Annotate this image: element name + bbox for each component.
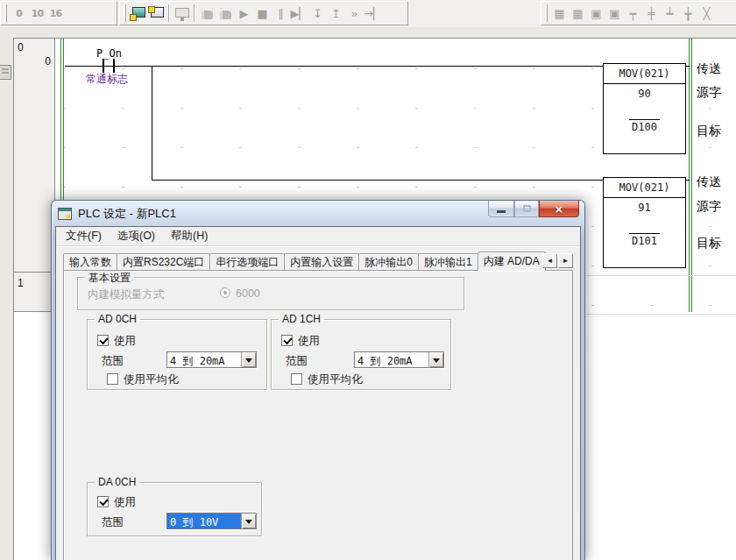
menu-options[interactable]: 选项(O) xyxy=(110,227,163,245)
da0-range-value: 0 到 10V xyxy=(167,514,241,528)
group-legend: DA 0CH xyxy=(95,476,139,488)
toolbar-ladder-group: ▦ ▦ ▣ ▣ ┯ ╪ ┷ ╈ ╳ xyxy=(541,1,736,25)
contact-left-tick xyxy=(103,59,104,73)
tab-builtin-rs232c[interactable]: 内置RS232C端口 xyxy=(117,253,210,270)
ad1-range-label: 范围 xyxy=(286,354,308,369)
tab-pulse-output1[interactable]: 脉冲输出1 xyxy=(418,253,478,270)
adda-tab-panel: 基本设置 内建模拟量方式 6000 AD 0CH 使用 范围 4 到 20mA xyxy=(63,270,573,560)
branch-wire xyxy=(152,180,603,181)
ad0-range-combo[interactable]: 4 到 20mA xyxy=(166,351,257,368)
minimize-icon xyxy=(497,210,506,213)
monitor-mode-icon[interactable] xyxy=(173,4,191,23)
step-into-icon[interactable]: ↧ xyxy=(308,4,327,23)
source-operand[interactable]: 91 xyxy=(604,202,685,214)
tab-input-constant[interactable]: 输入常数 xyxy=(63,253,117,270)
contact-not-icon[interactable]: ╪ xyxy=(642,4,661,23)
operand-note: 源字 xyxy=(697,85,721,101)
right-bus-bar xyxy=(689,39,692,312)
pause-monitor-icon[interactable] xyxy=(198,4,216,23)
memory-icon[interactable]: ▦ xyxy=(569,4,587,23)
dropdown-arrow-button[interactable] xyxy=(241,514,256,528)
step-out-icon[interactable]: ↥ xyxy=(327,4,345,23)
rung-number: 0 xyxy=(18,41,24,53)
operand-note: 传送 xyxy=(697,61,721,77)
program-icon[interactable]: ▣ xyxy=(605,4,624,23)
plc-settings-dialog: PLC 设定 - 新PLC1 × 文件(F) 选项(O) 帮助(H) 输入常数 … xyxy=(51,200,585,560)
menu-file[interactable]: 文件(F) xyxy=(58,227,110,245)
menu-help[interactable]: 帮助(H) xyxy=(163,227,216,245)
rung-wire xyxy=(65,66,603,67)
operand-note: 源字 xyxy=(697,199,721,215)
dropdown-arrow-button[interactable] xyxy=(428,352,443,367)
tab-scroll-buttons: ◄ ► xyxy=(541,253,573,268)
toolbar-separator xyxy=(194,4,195,22)
minimize-button[interactable] xyxy=(488,201,514,217)
ad1-averaging-checkbox[interactable] xyxy=(291,373,302,385)
destination-operand[interactable]: D101 xyxy=(604,235,685,247)
contact-label[interactable]: P_On xyxy=(96,47,122,60)
tab-pulse-output0[interactable]: 脉冲输出0 xyxy=(358,253,419,270)
rung-number: 1 xyxy=(18,277,24,289)
tab-strip: 输入常数 内置RS232C端口 串行选项端口 内置输入设置 脉冲输出0 脉冲输出… xyxy=(63,251,545,270)
pause-icon[interactable]: ‖ xyxy=(272,4,290,23)
destination-operand[interactable]: D100 xyxy=(604,121,685,133)
dialog-titlebar[interactable]: PLC 设定 - 新PLC1 × xyxy=(55,201,581,226)
dropdown-arrow-button[interactable] xyxy=(241,352,256,367)
toolbar-grip[interactable] xyxy=(124,4,126,22)
ad0-averaging-checkbox[interactable] xyxy=(107,373,118,385)
io-table-icon[interactable]: ▦ xyxy=(550,4,569,23)
stop-icon[interactable]: ■ xyxy=(253,4,272,23)
work-online-art xyxy=(130,6,147,21)
hand-art xyxy=(202,8,213,19)
da0-use-checkbox[interactable] xyxy=(97,496,109,507)
tab-builtin-input[interactable]: 内置输入设置 xyxy=(284,253,359,270)
group-legend: AD 0CH xyxy=(95,313,140,325)
background-window-fragment xyxy=(0,65,11,80)
da0-range-combo[interactable]: 0 到 10V xyxy=(166,513,257,529)
mov-instruction-block[interactable]: MOV(021) 91 D101 xyxy=(603,177,686,268)
contact-right-tick xyxy=(113,59,115,73)
output-wire xyxy=(686,66,690,67)
tab-builtin-adda[interactable]: 内建 AD/DA xyxy=(478,252,546,271)
toolbar-grip[interactable] xyxy=(4,4,7,22)
instruction-icon[interactable]: ╳ xyxy=(697,4,716,23)
settings-icon[interactable]: ▣ xyxy=(587,4,605,23)
dialog-client-area: 文件(F) 选项(O) 帮助(H) 输入常数 内置RS232C端口 串行选项端口… xyxy=(55,226,581,560)
dialog-icon xyxy=(58,208,72,220)
run-icon[interactable]: ▶ xyxy=(235,4,253,23)
step-run-icon[interactable]: ▶▏ xyxy=(290,4,308,23)
rung0-margin-cell[interactable]: 0 0 xyxy=(14,39,55,273)
continuous-step-icon[interactable]: » xyxy=(345,4,364,23)
ad1-use-checkbox[interactable] xyxy=(281,335,293,346)
ad1-range-combo[interactable]: 4 到 20mA xyxy=(354,351,444,368)
scan-run-icon[interactable]: →▏ xyxy=(364,4,382,23)
monitor-binary-icon[interactable]: 0 xyxy=(10,4,28,23)
source-operand[interactable]: 90 xyxy=(604,88,685,100)
mov-instruction-block[interactable]: MOV(021) 90 D100 xyxy=(603,63,686,154)
ad0-use-checkbox[interactable] xyxy=(97,335,109,346)
trigger-pause-icon[interactable] xyxy=(216,4,235,23)
analog-mode-label: 内建模拟量方式 xyxy=(88,287,165,302)
contact-icon[interactable]: ┯ xyxy=(624,4,642,23)
maximize-button[interactable] xyxy=(514,201,539,217)
operand-note: 目标 xyxy=(697,236,721,252)
work-online-icon[interactable] xyxy=(129,4,147,23)
tab-serial-option[interactable]: 串行选项端口 xyxy=(209,253,285,270)
monitor-hex-icon[interactable]: 16 xyxy=(46,4,65,23)
operand-note: 目标 xyxy=(697,124,721,139)
group-legend: 基本设置 xyxy=(85,271,134,286)
tab-scroll-right-button[interactable]: ► xyxy=(558,253,573,268)
toolbar-grip[interactable] xyxy=(545,4,548,22)
coil-icon[interactable]: ┷ xyxy=(661,4,679,23)
tab-scroll-left-button[interactable]: ◄ xyxy=(542,253,557,268)
coil-not-icon[interactable]: ╈ xyxy=(679,4,697,23)
ad1-range-value: 4 到 20mA xyxy=(355,352,428,367)
close-button[interactable]: × xyxy=(539,201,579,217)
ad1-group: AD 1CH 使用 范围 4 到 20mA 使用平均化 xyxy=(271,319,451,390)
rung1-margin-cell[interactable]: 1 xyxy=(14,273,55,312)
caption-buttons: × xyxy=(488,201,579,217)
online-simulator-icon[interactable] xyxy=(147,4,166,23)
da0-group: DA 0CH 使用 范围 0 到 10V xyxy=(87,482,262,536)
ad1-averaging-label: 使用平均化 xyxy=(308,372,363,387)
monitor-decimal-icon[interactable]: 10 xyxy=(28,4,46,23)
